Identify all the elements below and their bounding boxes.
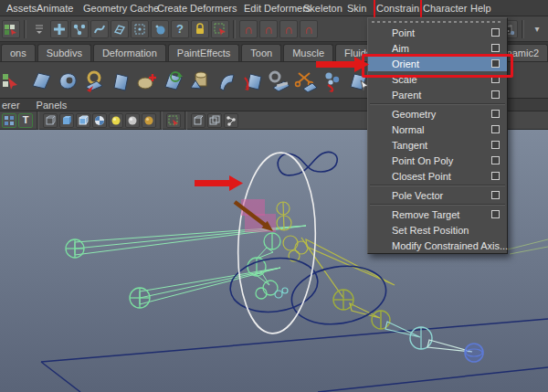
menu-item-point-on-poly[interactable]: Point On Poly (368, 153, 507, 168)
menu-animate[interactable]: Animate (37, 0, 73, 16)
option-box-icon[interactable] (491, 28, 500, 37)
option-box-icon[interactable] (491, 59, 500, 68)
textured-ball-icon[interactable] (92, 113, 107, 128)
menu-bar: Assets Animate Geometry Cache Create Def… (0, 0, 548, 16)
option-box-icon[interactable] (491, 125, 500, 133)
muscle-shelf-icon-5[interactable] (108, 66, 133, 95)
shelf-tab-polygons[interactable]: ons (1, 44, 36, 61)
text-hud-icon[interactable]: T (18, 113, 33, 128)
separator (160, 111, 163, 130)
panes-layout-icon[interactable] (2, 113, 16, 128)
snap-to-curves-icon[interactable] (90, 20, 109, 38)
menu-constrain[interactable]: Constrain (376, 0, 419, 16)
shelf-tab-subdivs[interactable]: Subdivs (37, 44, 91, 61)
option-box-icon[interactable] (491, 110, 500, 118)
lock-icon[interactable] (191, 20, 209, 38)
light-yellow-icon[interactable] (109, 113, 123, 128)
maya-window: Assets Animate Geometry Cache Create Def… (0, 0, 548, 392)
menu-item-pole-vector[interactable]: Pole Vector (368, 187, 507, 203)
shelf-tab-muscle[interactable]: Muscle (283, 44, 333, 61)
magnet-curve-icon[interactable]: ∩ (259, 20, 278, 38)
muscle-shelf-icon-4[interactable] (81, 66, 107, 95)
shelf-tab-deformation[interactable]: Deformation (93, 44, 166, 61)
menu-item-set-rest-position[interactable]: Set Rest Position (368, 222, 507, 238)
menu-create-deformers[interactable]: Create Deformers (157, 0, 237, 16)
make-live-icon[interactable] (151, 20, 169, 38)
light-gray-icon[interactable] (125, 113, 140, 128)
separator (24, 20, 26, 38)
menu-item-point[interactable]: Point (368, 25, 507, 40)
selection-mask-icon[interactable] (211, 20, 229, 38)
menu-item-orient[interactable]: Orient (368, 56, 507, 71)
separator (233, 20, 236, 38)
option-box-icon[interactable] (491, 90, 500, 99)
menu-tearoff-handle[interactable] (368, 18, 507, 25)
menu-help[interactable]: Help (470, 0, 491, 16)
magnet-point-icon[interactable]: ∩ (279, 20, 298, 38)
muscle-shelf-icon-7[interactable] (161, 66, 186, 95)
muscle-shelf-icon-1[interactable] (2, 66, 27, 95)
menu-edit-deformers[interactable]: Edit Deformers (244, 0, 311, 16)
wireframe-cube-icon[interactable] (43, 113, 58, 128)
layered-panes-icon[interactable] (207, 113, 222, 128)
separator (37, 111, 39, 130)
toolbox-partial-icon[interactable] (2, 20, 20, 38)
menu-skeleton[interactable]: Skeleton (303, 0, 342, 16)
option-box-icon[interactable] (491, 210, 500, 218)
separator (522, 20, 524, 38)
menu-assets[interactable]: Assets (6, 0, 37, 16)
menu-item-normal[interactable]: Normal (368, 122, 507, 137)
dropdown-chevron-icon[interactable]: ▾ (528, 20, 546, 38)
xray-cube-icon[interactable] (191, 113, 206, 128)
collapse-bar-icon[interactable] (30, 20, 48, 38)
menu-geometry-cache[interactable]: Geometry Cache (83, 0, 159, 16)
menu-item-modify-constrained-axis[interactable]: Modify Constrained Axis... (368, 238, 507, 253)
snap-to-grids-icon[interactable] (50, 20, 68, 38)
menu-divider (370, 204, 505, 206)
muscle-shelf-icon-3[interactable] (55, 66, 80, 95)
menu-item-closest-point[interactable]: Closest Point (368, 168, 507, 184)
muscle-shelf-icon-11[interactable] (267, 66, 292, 95)
shaded-cube-icon[interactable] (59, 113, 74, 128)
muscle-shelf-icon-10[interactable] (240, 66, 266, 95)
light-gold-icon[interactable] (142, 113, 156, 128)
menu-skin[interactable]: Skin (347, 0, 366, 16)
option-box-icon[interactable] (491, 172, 500, 180)
menu-item-scale[interactable]: Scale (368, 71, 507, 87)
option-box-icon[interactable] (491, 141, 500, 149)
menu-divider (370, 185, 505, 186)
panel-menu-renderer[interactable]: erer (2, 100, 20, 111)
snap-to-points-icon[interactable] (70, 20, 89, 38)
separator (184, 111, 187, 130)
isolate-select-icon[interactable] (166, 113, 181, 128)
magnet-plane-icon[interactable]: ∩ (300, 20, 318, 38)
shaded-wire-cube-icon[interactable] (76, 113, 90, 128)
menu-item-remove-target[interactable]: Remove Target (368, 207, 507, 222)
muscle-shelf-icon-9[interactable] (214, 66, 239, 95)
option-box-icon[interactable] (491, 44, 500, 52)
muscle-shelf-icon-12[interactable] (293, 66, 319, 95)
menu-item-parent[interactable]: Parent (368, 87, 507, 102)
muscle-shelf-icon-8[interactable] (187, 66, 213, 95)
shelf-tab-painteffects[interactable]: PaintEffects (168, 44, 240, 61)
muscle-shelf-icon-13[interactable] (320, 66, 345, 95)
snap-to-planes-icon[interactable] (111, 20, 129, 38)
menu-item-aim[interactable]: Aim (368, 40, 507, 56)
menu-divider (370, 103, 505, 105)
shelf-tab-toon[interactable]: Toon (241, 44, 281, 61)
constrain-menu: Point Aim Orient Scale Parent Geometry N… (367, 17, 508, 254)
menu-character[interactable]: Character (423, 0, 467, 16)
panel-menu-panels[interactable]: Panels (37, 100, 68, 111)
menu-item-geometry[interactable]: Geometry (368, 106, 507, 122)
option-box-icon[interactable] (491, 156, 500, 164)
option-box-icon[interactable] (491, 191, 500, 199)
muscle-shelf-icon-2[interactable] (28, 66, 54, 95)
menu-item-tangent[interactable]: Tangent (368, 137, 507, 153)
xray-joints-icon[interactable] (224, 113, 238, 128)
snap-to-lattice-icon[interactable] (131, 20, 149, 38)
magnet-grid-icon[interactable]: ∩ (239, 20, 258, 38)
muscle-shelf-icon-6[interactable] (134, 66, 160, 95)
option-box-icon[interactable] (491, 75, 500, 83)
snap-help-icon[interactable]: ? (171, 20, 189, 38)
